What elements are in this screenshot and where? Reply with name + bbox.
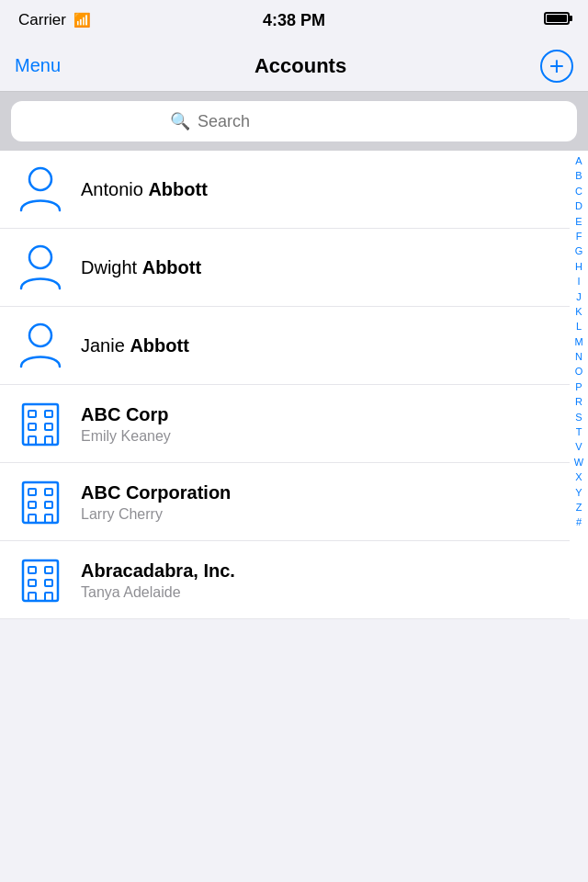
account-item[interactable]: ABC CorporationLarry Cherry xyxy=(0,463,570,541)
alpha-d-index[interactable]: D xyxy=(575,199,582,213)
wifi-icon: 📶 xyxy=(74,12,91,28)
svg-point-2 xyxy=(29,324,51,346)
alpha-w-index[interactable]: W xyxy=(574,456,583,469)
search-input[interactable] xyxy=(198,112,418,131)
account-subtitle: Larry Cherry xyxy=(81,506,555,523)
alpha-l-index[interactable]: L xyxy=(576,320,582,334)
svg-rect-18 xyxy=(28,567,36,573)
alpha-e-index[interactable]: E xyxy=(575,215,582,229)
svg-rect-20 xyxy=(28,580,36,586)
svg-rect-11 xyxy=(28,489,36,495)
search-bar: 🔍 xyxy=(11,101,577,141)
account-item[interactable]: Antonio Abbott xyxy=(0,151,570,229)
menu-button[interactable]: Menu xyxy=(15,55,61,76)
svg-rect-13 xyxy=(28,502,36,508)
person-avatar-icon xyxy=(15,164,66,215)
add-account-button[interactable]: + xyxy=(540,50,573,83)
alpha-k-index[interactable]: K xyxy=(575,305,582,319)
nav-bar: Menu Accounts + xyxy=(0,40,588,92)
alpha-p-index[interactable]: P xyxy=(575,380,582,394)
svg-rect-8 xyxy=(28,436,36,445)
account-name: Antonio Abbott xyxy=(81,177,555,201)
battery-icon xyxy=(544,12,570,28)
search-icon: 🔍 xyxy=(170,111,190,131)
account-name: Dwight Abbott xyxy=(81,255,555,279)
alpha-f-index[interactable]: F xyxy=(576,230,582,243)
alpha-y-index[interactable]: Y xyxy=(575,486,582,500)
alpha-a-index[interactable]: A xyxy=(575,154,582,168)
svg-rect-16 xyxy=(45,514,52,523)
account-name: ABC Corporation xyxy=(81,481,555,504)
alpha-j-index[interactable]: J xyxy=(576,290,582,304)
status-time: 4:38 PM xyxy=(263,11,325,30)
content-area: Antonio Abbott Dwight Abbott Janie Abbot… xyxy=(0,151,588,619)
page-title: Accounts xyxy=(254,54,346,78)
account-subtitle: Tanya Adelaide xyxy=(81,584,555,601)
svg-rect-5 xyxy=(45,411,52,417)
account-list: Antonio Abbott Dwight Abbott Janie Abbot… xyxy=(0,151,588,619)
svg-rect-7 xyxy=(45,424,52,430)
account-item[interactable]: Janie Abbott xyxy=(0,307,570,385)
account-item[interactable]: ABC CorpEmily Keaney xyxy=(0,385,570,463)
company-avatar-icon xyxy=(15,476,66,527)
alpha-o-index[interactable]: O xyxy=(575,365,583,379)
person-avatar-icon xyxy=(15,242,66,293)
alpha-v-index[interactable]: V xyxy=(575,440,582,454)
account-name: ABC Corp xyxy=(81,402,555,426)
account-item[interactable]: Abracadabra, Inc.Tanya Adelaide xyxy=(0,541,570,619)
alpha-r-index[interactable]: R xyxy=(575,395,582,409)
search-container: 🔍 xyxy=(0,92,588,151)
svg-point-0 xyxy=(29,168,51,190)
svg-rect-12 xyxy=(45,489,52,495)
svg-rect-21 xyxy=(45,580,52,586)
svg-rect-4 xyxy=(28,411,36,417)
alpha-n-index[interactable]: N xyxy=(575,350,582,364)
account-name: Abracadabra, Inc. xyxy=(81,559,555,582)
alpha-index[interactable]: ABCDEFGHIJKLMNOPRSTVWXYZ# xyxy=(570,151,588,619)
account-subtitle: Emily Keaney xyxy=(81,428,555,445)
svg-rect-22 xyxy=(28,593,36,601)
alpha-m-index[interactable]: M xyxy=(574,335,582,349)
svg-rect-14 xyxy=(45,502,52,508)
account-name: Janie Abbott xyxy=(81,334,555,357)
svg-rect-9 xyxy=(45,436,52,445)
company-avatar-icon xyxy=(15,398,66,449)
svg-rect-15 xyxy=(28,514,36,523)
account-item[interactable]: Dwight Abbott xyxy=(0,229,570,307)
svg-rect-19 xyxy=(45,567,52,573)
alpha-i-index[interactable]: I xyxy=(577,275,580,288)
alpha-c-index[interactable]: C xyxy=(575,185,582,198)
svg-point-1 xyxy=(29,246,51,268)
alpha-b-index[interactable]: B xyxy=(575,169,582,183)
status-bar: Carrier 📶 4:38 PM xyxy=(0,0,588,40)
alpha-s-index[interactable]: S xyxy=(575,411,582,424)
alpha-#-index[interactable]: # xyxy=(576,515,582,529)
person-avatar-icon xyxy=(15,320,66,371)
carrier-label: Carrier xyxy=(18,11,66,29)
alpha-x-index[interactable]: X xyxy=(575,470,582,484)
svg-rect-6 xyxy=(28,424,36,430)
company-avatar-icon xyxy=(15,554,66,605)
alpha-g-index[interactable]: G xyxy=(575,244,583,258)
alpha-t-index[interactable]: T xyxy=(576,425,582,439)
alpha-z-index[interactable]: Z xyxy=(576,501,582,514)
alpha-h-index[interactable]: H xyxy=(575,260,582,274)
svg-rect-23 xyxy=(45,593,52,601)
status-left: Carrier 📶 xyxy=(18,11,91,29)
